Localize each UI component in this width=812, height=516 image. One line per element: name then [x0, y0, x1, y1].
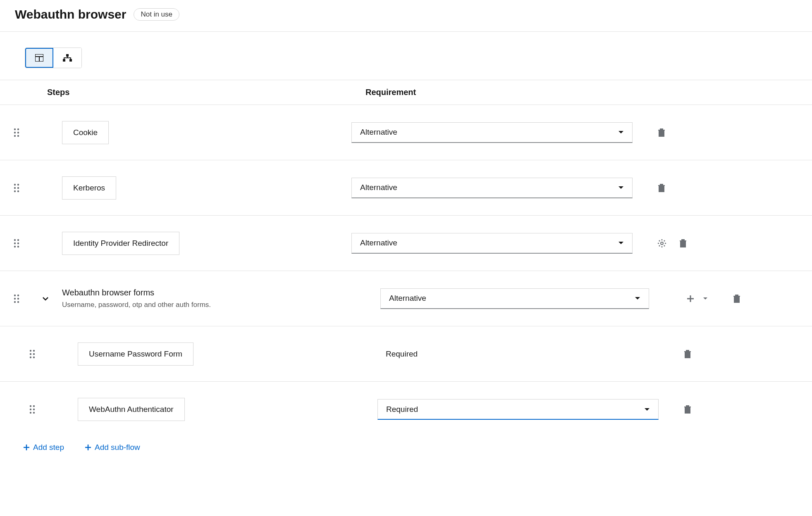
- step-name: Username Password Form: [78, 342, 193, 366]
- requirement-select[interactable]: Alternative: [380, 288, 649, 309]
- svg-point-32: [33, 350, 35, 351]
- table-row: Identity Provider Redirector Alternative: [0, 216, 812, 271]
- delete-button[interactable]: [733, 294, 741, 303]
- requirement-select[interactable]: Alternative: [351, 122, 633, 143]
- column-header-requirement: Requirement: [365, 88, 812, 97]
- svg-rect-4: [63, 59, 65, 62]
- drag-handle[interactable]: [4, 294, 29, 303]
- table-row: Username Password Form Required: [0, 326, 812, 382]
- requirement-value: Alternative: [389, 294, 426, 303]
- requirement-select[interactable]: Alternative: [351, 178, 633, 198]
- status-badge: Not in use: [134, 8, 179, 21]
- subflow-description: Username, password, otp and other auth f…: [62, 301, 211, 309]
- column-header-steps: Steps: [47, 88, 365, 97]
- caret-down-icon: [618, 241, 624, 245]
- requirement-select[interactable]: Alternative: [351, 233, 633, 254]
- trash-icon: [657, 183, 666, 193]
- svg-point-42: [33, 412, 35, 414]
- svg-point-37: [30, 405, 31, 407]
- svg-point-41: [30, 412, 31, 414]
- svg-point-39: [30, 409, 31, 410]
- svg-point-15: [17, 187, 19, 188]
- step-name: WebAuthn Authenticator: [78, 398, 185, 421]
- svg-point-34: [33, 353, 35, 354]
- svg-point-40: [33, 409, 35, 410]
- plus-icon: [85, 444, 91, 451]
- svg-point-19: [17, 239, 19, 240]
- gear-icon: [657, 239, 666, 248]
- settings-button[interactable]: [657, 239, 666, 248]
- svg-point-25: [14, 294, 16, 296]
- svg-point-9: [17, 131, 19, 133]
- requirement-value: Alternative: [360, 128, 397, 137]
- table-row: Webauthn browser forms Username, passwor…: [0, 271, 812, 326]
- svg-point-10: [14, 135, 16, 136]
- svg-point-14: [14, 187, 16, 188]
- svg-point-8: [14, 131, 16, 133]
- view-toggle: [25, 48, 82, 68]
- add-subflow-link[interactable]: Add sub-flow: [85, 443, 140, 452]
- table-view-button[interactable]: [25, 48, 53, 68]
- requirement-value: Alternative: [360, 238, 397, 247]
- expand-toggle[interactable]: [29, 297, 62, 301]
- table-row: Kerberos Alternative: [0, 160, 812, 216]
- add-dropdown-button[interactable]: [703, 297, 708, 300]
- svg-point-18: [14, 239, 16, 240]
- table-row: Cookie Alternative: [0, 105, 812, 160]
- delete-button[interactable]: [679, 239, 687, 248]
- svg-point-21: [17, 242, 19, 244]
- svg-rect-3: [66, 54, 69, 57]
- caret-down-icon: [703, 297, 708, 300]
- add-step-link[interactable]: Add step: [23, 443, 64, 452]
- requirement-value: Alternative: [360, 183, 397, 192]
- svg-point-27: [14, 297, 16, 299]
- svg-point-29: [14, 301, 16, 302]
- trash-icon: [733, 294, 741, 303]
- add-subflow-label: Add sub-flow: [95, 443, 140, 452]
- caret-down-icon: [644, 408, 650, 411]
- caret-down-icon: [635, 297, 640, 300]
- trash-icon: [683, 405, 692, 414]
- delete-button[interactable]: [657, 183, 666, 193]
- diagram-view-button[interactable]: [53, 48, 81, 68]
- svg-point-26: [17, 294, 19, 296]
- view-toolbar: [0, 32, 812, 80]
- subflow-name: Webauthn browser forms: [62, 288, 211, 297]
- step-name: Kerberos: [62, 176, 116, 200]
- svg-point-28: [17, 297, 19, 299]
- page-header: Webauthn browser Not in use: [0, 0, 812, 31]
- delete-button[interactable]: [657, 128, 666, 137]
- requirement-value: Required: [377, 350, 659, 359]
- delete-button[interactable]: [683, 350, 692, 359]
- add-step-label: Add step: [33, 443, 64, 452]
- svg-point-30: [17, 301, 19, 302]
- step-name: Cookie: [62, 121, 109, 144]
- table-icon: [35, 54, 43, 62]
- svg-point-20: [14, 242, 16, 244]
- plus-icon: [23, 444, 30, 451]
- drag-handle[interactable]: [20, 405, 45, 414]
- add-button[interactable]: [686, 295, 695, 303]
- step-name: Identity Provider Redirector: [62, 232, 179, 255]
- requirement-value: Required: [386, 405, 418, 414]
- trash-icon: [683, 350, 692, 359]
- svg-point-23: [17, 245, 19, 247]
- delete-button[interactable]: [683, 405, 692, 414]
- svg-point-16: [14, 190, 16, 192]
- requirement-select[interactable]: Required: [377, 399, 659, 420]
- drag-handle[interactable]: [4, 239, 29, 248]
- footer-actions: Add step Add sub-flow: [0, 437, 812, 464]
- trash-icon: [679, 239, 687, 248]
- svg-point-6: [14, 128, 16, 130]
- drag-handle[interactable]: [20, 350, 45, 359]
- trash-icon: [657, 128, 666, 137]
- page-title: Webauthn browser: [15, 7, 126, 21]
- svg-point-7: [17, 128, 19, 130]
- caret-down-icon: [618, 131, 624, 134]
- svg-point-13: [17, 183, 19, 185]
- drag-handle[interactable]: [4, 128, 29, 137]
- svg-point-24: [661, 242, 663, 245]
- drag-handle[interactable]: [4, 183, 29, 193]
- svg-point-17: [17, 190, 19, 192]
- diagram-icon: [63, 54, 72, 62]
